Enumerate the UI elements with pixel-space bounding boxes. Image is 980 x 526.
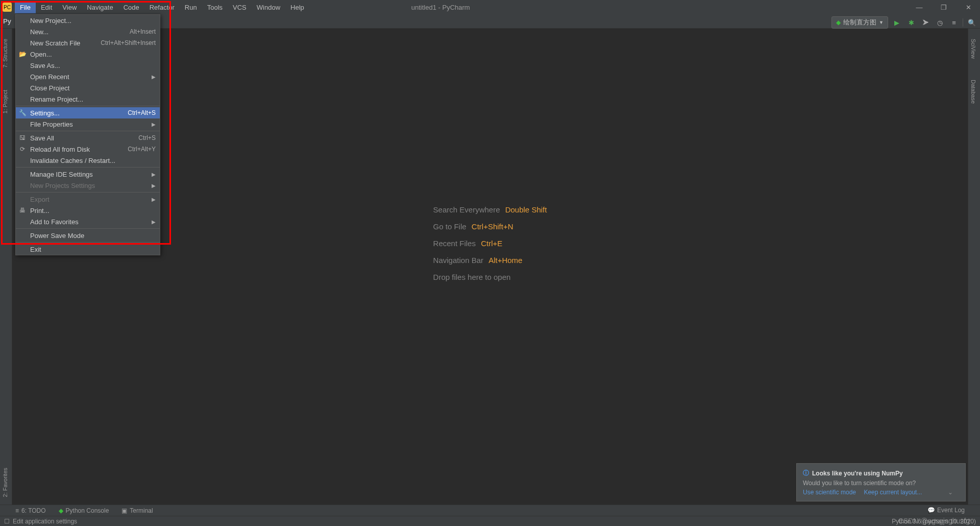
menu-vcs[interactable]: VCS (228, 2, 252, 13)
menu-save-all[interactable]: 🖫Save AllCtrl+S (16, 132, 160, 144)
notification-popup: ⓘLooks like you're using NumPy Would you… (796, 463, 966, 501)
menu-file[interactable]: File (15, 2, 36, 13)
info-icon: ⓘ (803, 469, 809, 477)
folder-icon: 📂 (19, 51, 26, 58)
window-controls: — ❐ ✕ (910, 2, 977, 13)
python-icon: ◆ (836, 19, 841, 26)
print-icon: 🖶 (19, 207, 26, 214)
keep-layout-link[interactable]: Keep current layout... (864, 489, 922, 496)
minimize-button[interactable]: — (910, 2, 928, 13)
menu-view[interactable]: View (57, 2, 82, 13)
profile-button[interactable]: ◷ (934, 17, 945, 28)
search-button[interactable]: 🔍 (966, 17, 977, 28)
chevron-right-icon: ▶ (152, 219, 156, 225)
favorites-tab[interactable]: 2: Favorites (0, 463, 10, 502)
menu-print[interactable]: 🖶Print... (16, 205, 160, 216)
use-scientific-mode-link[interactable]: Use scientific mode (803, 489, 856, 496)
notification-title: Looks like you're using NumPy (812, 470, 903, 477)
menu-code[interactable]: Code (118, 2, 144, 13)
reload-icon: ⟳ (19, 146, 26, 153)
chevron-right-icon: ▶ (152, 183, 156, 188)
concurrency-button[interactable]: ≡ (948, 17, 960, 28)
menu-power-save[interactable]: Power Save Mode (16, 230, 160, 241)
menu-separator (16, 131, 160, 131)
chevron-down-icon: ▼ (879, 20, 884, 25)
left-gutter: 7: Structure 1: Project 2: Favorites (0, 29, 12, 505)
right-gutter: SciView Database (968, 29, 980, 505)
menubar: PC File Edit View Navigate Code Refactor… (0, 0, 980, 14)
menu-add-favorites[interactable]: Add to Favorites▶ (16, 216, 160, 227)
menu-new-project[interactable]: New Project... (16, 15, 160, 26)
close-button[interactable]: ✕ (959, 2, 977, 13)
menu-exit[interactable]: Exit (16, 244, 160, 255)
notification-collapse-icon[interactable]: ⌄ (948, 489, 953, 496)
project-tab[interactable]: 1: Project (0, 85, 10, 118)
menu-reload-disk[interactable]: ⟳Reload All from DiskCtrl+Alt+Y (16, 144, 160, 155)
debug-button[interactable]: ✱ (905, 17, 917, 28)
menu-tools[interactable]: Tools (202, 2, 228, 13)
editor-hints: Search Everywhere Double Shift Go to Fil… (433, 197, 547, 290)
menu-separator (16, 242, 160, 243)
notification-body: Would you like to turn scientific mode o… (803, 480, 959, 487)
breadcrumb-root[interactable]: Py (3, 17, 11, 25)
save-icon: 🖫 (19, 134, 26, 141)
database-tab[interactable]: Database (968, 75, 978, 109)
menu-refactor[interactable]: Refactor (144, 2, 180, 13)
hint-search-label: Search Everywhere (433, 205, 500, 214)
run-config-label: 绘制直方图 (843, 18, 876, 27)
menu-help[interactable]: Help (285, 2, 309, 13)
menu-invalidate-caches[interactable]: Invalidate Caches / Restart... (16, 155, 160, 166)
hint-recent-label: Recent Files (433, 239, 476, 248)
menu-file-properties[interactable]: File Properties▶ (16, 118, 160, 130)
run-button[interactable]: ▶ (891, 17, 902, 28)
chevron-right-icon: ▶ (152, 172, 156, 177)
run-config-selector[interactable]: ◆ 绘制直方图 ▼ (831, 16, 888, 29)
menu-window[interactable]: Window (252, 2, 285, 13)
todo-icon: ≡ (15, 507, 19, 514)
menu-export[interactable]: Export▶ (16, 194, 160, 205)
menu-new[interactable]: New...Alt+Insert (16, 26, 160, 37)
python-console-tab[interactable]: ◆Python Console (59, 507, 109, 514)
hint-navbar-key: Alt+Home (488, 256, 522, 265)
maximize-button[interactable]: ❐ (935, 2, 953, 13)
chevron-right-icon: ▶ (152, 197, 156, 202)
menu-separator (16, 167, 160, 168)
menu-new-projects-settings[interactable]: New Projects Settings▶ (16, 180, 160, 191)
menu-manage-ide[interactable]: Manage IDE Settings▶ (16, 169, 160, 180)
bottom-tool-tabs: ≡6: TODO ◆Python Console ▣Terminal (0, 505, 980, 516)
menu-run[interactable]: Run (180, 2, 202, 13)
separator (963, 18, 963, 27)
top-toolbar: ◆ 绘制直方图 ▼ ▶ ✱ ⮞ ◷ ≡ 🔍 (831, 16, 977, 29)
event-log-button[interactable]: 💬Event Log (927, 507, 965, 514)
sciview-tab[interactable]: SciView (968, 34, 978, 64)
menu-new-scratch[interactable]: New Scratch FileCtrl+Alt+Shift+Insert (16, 37, 160, 49)
hint-goto-label: Go to File (433, 222, 467, 231)
menu-save-as[interactable]: Save As... (16, 60, 160, 71)
hint-search-key: Double Shift (505, 205, 547, 214)
terminal-icon: ▣ (121, 507, 127, 514)
terminal-tab[interactable]: ▣Terminal (121, 507, 153, 514)
app-icon: PC (3, 3, 12, 12)
todo-tab[interactable]: ≡6: TODO (15, 507, 46, 514)
menu-open-recent[interactable]: Open Recent▶ (16, 71, 160, 82)
menu-separator (16, 228, 160, 229)
status-interpreter[interactable]: Python 3.6 (pycharm 10. 2020) (892, 518, 976, 525)
coverage-button[interactable]: ⮞ (920, 17, 931, 28)
wrench-icon: 🔧 (19, 109, 26, 116)
menu-close-project[interactable]: Close Project (16, 82, 160, 93)
status-icon[interactable]: ☐ (4, 518, 10, 525)
hint-goto-key: Ctrl+Shift+N (472, 222, 513, 231)
hint-drop-label: Drop files here to open (433, 273, 511, 281)
menu-settings[interactable]: 🔧Settings...Ctrl+Alt+S (16, 107, 160, 118)
menu-edit[interactable]: Edit (36, 2, 57, 13)
window-title: untitled1 - PyCharm (411, 4, 470, 11)
file-menu-dropdown: New Project... New...Alt+Insert New Scra… (15, 14, 160, 255)
menu-separator (16, 192, 160, 193)
menu-rename-project[interactable]: Rename Project... (16, 93, 160, 105)
menu-open[interactable]: 📂Open... (16, 49, 160, 60)
structure-tab[interactable]: 7: Structure (0, 34, 10, 73)
balloon-icon: 💬 (927, 507, 935, 514)
menu-navigate[interactable]: Navigate (82, 2, 118, 13)
status-bar: ☐ Edit application settings Python 3.6 (… (0, 516, 980, 526)
chevron-right-icon: ▶ (152, 122, 156, 127)
